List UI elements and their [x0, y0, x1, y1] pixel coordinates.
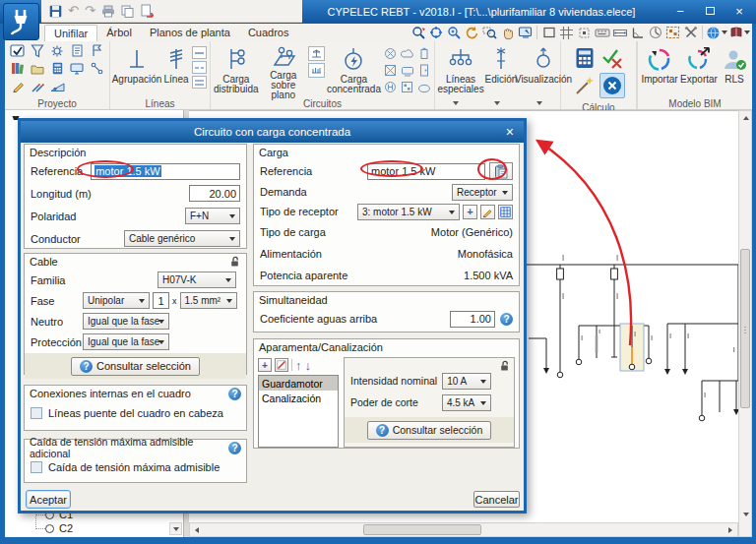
pencil-icon[interactable]: [12, 79, 25, 96]
export-file-icon[interactable]: [140, 4, 154, 18]
load-type-icon[interactable]: [401, 46, 414, 64]
zoom-pointer-icon[interactable]: [410, 25, 427, 40]
importar-button[interactable]: Importar: [641, 43, 678, 96]
ramp-icon[interactable]: [50, 79, 65, 96]
grid-toggle-icon[interactable]: [558, 25, 575, 40]
help-icon[interactable]: ?: [228, 388, 241, 400]
unlock-icon[interactable]: [229, 256, 241, 268]
list-item-guardamotor[interactable]: Guardamotor: [259, 376, 338, 391]
angle-icon[interactable]: [647, 25, 663, 40]
vertical-scroll-thumb[interactable]: [740, 249, 750, 408]
conductor-select[interactable]: Cable genérico: [124, 230, 240, 247]
selection-grid-icon[interactable]: [664, 25, 681, 40]
add-device-button[interactable]: +: [258, 358, 272, 372]
help-icon[interactable]: ?: [500, 313, 513, 326]
pan-icon[interactable]: [499, 25, 516, 40]
ortho-icon[interactable]: [629, 25, 646, 40]
zoom-in-icon[interactable]: [446, 25, 463, 40]
document-icon[interactable]: [72, 43, 83, 61]
lineas-especiales-button[interactable]: Líneas especiales: [438, 43, 483, 96]
redraw-icon[interactable]: [464, 25, 480, 40]
tab-planos-de-planta[interactable]: Planos de planta: [141, 25, 239, 41]
fase-tipo-select[interactable]: Unipolar: [83, 292, 150, 309]
carga-concentrada-button[interactable]: Carga concentrada: [327, 43, 381, 96]
tab-unifilar[interactable]: Unifilar: [44, 25, 97, 41]
unlock-icon[interactable]: [499, 360, 511, 372]
intensidad-select[interactable]: 10 A: [442, 373, 491, 390]
maximize-button[interactable]: [695, 0, 724, 22]
object-snap-icon[interactable]: [576, 25, 593, 40]
vertical-scrollbar[interactable]: [738, 110, 752, 537]
move-up-button[interactable]: ↑: [295, 359, 302, 372]
linea-button[interactable]: Línea: [162, 43, 190, 96]
dialog-close-button[interactable]: ×: [502, 121, 518, 143]
tree-item-c2[interactable]: C2: [45, 522, 73, 534]
receptor-table-button[interactable]: [498, 205, 513, 219]
edicion-button[interactable]: Edición: [485, 43, 517, 96]
crane-icon[interactable]: [308, 46, 325, 61]
line-option-icon[interactable]: [192, 76, 207, 89]
carga-referencia-input[interactable]: motor 1.5 kW: [367, 163, 485, 180]
referencia-input[interactable]: motor 1.5 kW: [91, 163, 240, 180]
tab-arbol[interactable]: Árbol: [97, 25, 141, 41]
fase-seccion-select[interactable]: 1.5 mm²: [180, 292, 237, 309]
save-icon[interactable]: [49, 5, 62, 18]
terminal-strip-icon[interactable]: [308, 63, 325, 78]
copy-icon[interactable]: [121, 5, 134, 18]
app-logo[interactable]: [3, 3, 39, 40]
neutro-select[interactable]: Igual que la fase: [83, 313, 169, 330]
zoom-extents-icon[interactable]: [428, 25, 445, 40]
horizontal-scrollbar[interactable]: [189, 522, 738, 537]
edit-receptor-button[interactable]: [480, 205, 495, 219]
help-icon[interactable]: ?: [228, 442, 241, 454]
longitud-input[interactable]: 20.00: [189, 185, 240, 202]
chevron-down-icon[interactable]: [536, 101, 542, 105]
check-results-icon[interactable]: [599, 45, 625, 71]
fase-num-input[interactable]: 1: [153, 292, 169, 309]
agrupacion-button[interactable]: Agrupación: [113, 43, 160, 96]
consultar-seleccion-button[interactable]: ?Consultar selección: [71, 357, 200, 376]
list-item-canalizacion[interactable]: Canalización: [259, 391, 338, 405]
dialog-titlebar[interactable]: Circuito con carga concentrada: [21, 121, 524, 143]
pens-icon[interactable]: [32, 79, 44, 96]
tipo-receptor-select[interactable]: 3: motor 1.5 kW: [357, 204, 460, 220]
dimensions-icon[interactable]: [611, 25, 628, 40]
add-receptor-button[interactable]: +: [463, 205, 477, 219]
move-down-button[interactable]: ↓: [305, 359, 312, 372]
online-services-icon[interactable]: [706, 25, 727, 40]
load-type-icon[interactable]: [384, 63, 397, 81]
load-type-icon[interactable]: [417, 80, 431, 97]
calculator-icon[interactable]: [52, 61, 63, 79]
coeficiente-input[interactable]: 1.00: [450, 311, 495, 328]
monitor-icon[interactable]: [70, 61, 84, 79]
load-type-icon[interactable]: [401, 63, 414, 81]
carga-sobre-plano-button[interactable]: Carga sobre plano: [261, 43, 306, 96]
proteccion-select[interactable]: Igual que la fase: [83, 333, 169, 350]
funnel-icon[interactable]: [31, 43, 44, 62]
zoom-window-icon[interactable]: [481, 25, 498, 40]
familia-select[interactable]: H07V-K: [158, 272, 236, 288]
minimize-button[interactable]: −: [665, 0, 695, 22]
chevron-down-icon[interactable]: [494, 101, 500, 105]
caida-tension-checkbox[interactable]: [31, 461, 42, 473]
demanda-select[interactable]: Receptor: [452, 184, 513, 201]
library-books-icon[interactable]: [11, 61, 26, 79]
rectangle-tool-icon[interactable]: [540, 25, 557, 40]
exportar-button[interactable]: Exportar: [680, 43, 718, 96]
connections-icon[interactable]: [91, 61, 103, 79]
calculate-icon[interactable]: [572, 45, 598, 71]
lineas-puente-checkbox[interactable]: [31, 407, 42, 419]
horizontal-scroll-thumb[interactable]: [363, 524, 481, 535]
keyboard-input-icon[interactable]: [594, 25, 610, 40]
load-type-icon[interactable]: [384, 46, 397, 64]
flag-markers-icon[interactable]: [91, 43, 102, 61]
gear-icon[interactable]: [51, 43, 63, 61]
chevron-down-icon[interactable]: [453, 101, 459, 105]
load-type-icon[interactable]: [401, 80, 413, 97]
help-book-icon[interactable]: [728, 25, 750, 40]
paste-button[interactable]: [489, 162, 513, 180]
load-type-icon[interactable]: [419, 46, 429, 64]
load-type-icon[interactable]: [419, 63, 429, 81]
full-screen-icon[interactable]: [517, 25, 534, 40]
plans-folder-icon[interactable]: [31, 61, 44, 79]
